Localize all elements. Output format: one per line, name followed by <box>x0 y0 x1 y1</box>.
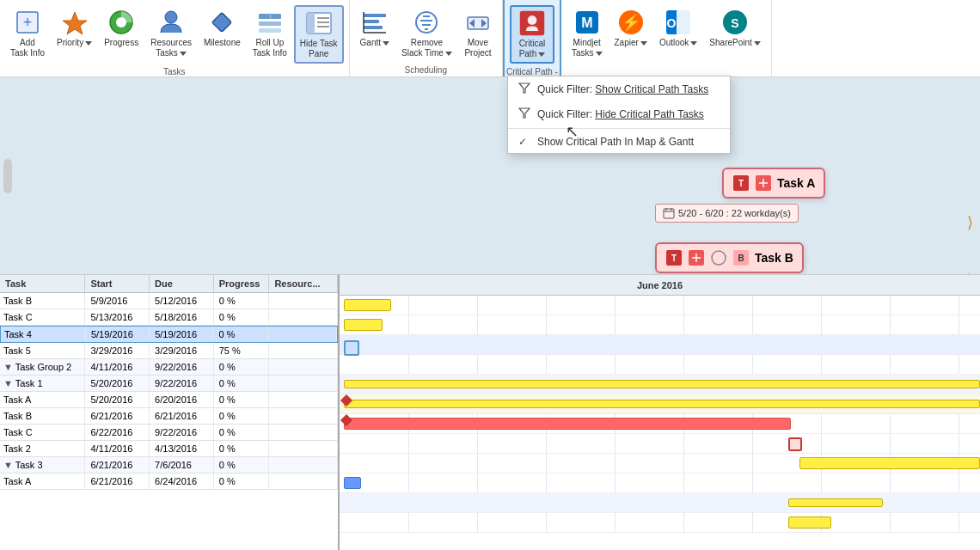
table-row[interactable]: Task C 6/22/2016 9/22/2016 0 % <box>0 425 338 441</box>
svg-point-30 <box>528 15 537 25</box>
table-row[interactable]: Task C 5/13/2016 5/18/2016 0 % <box>0 309 338 326</box>
milestone-icon <box>208 9 236 36</box>
critical-path-icon <box>518 9 546 37</box>
table-row[interactable]: Task 2 4/11/2016 4/13/2016 0 % <box>0 441 338 457</box>
task-start-cell: 6/21/2016 <box>85 457 150 473</box>
table-row[interactable]: Task B 5/9/2016 5/12/2016 0 % <box>0 293 338 309</box>
svg-rect-36 <box>677 10 690 34</box>
taskB-icon2 <box>688 249 705 266</box>
ribbon-group-critical-path: CriticalPath Critical Path - <box>503 0 561 76</box>
svg-point-4 <box>116 17 126 28</box>
critical-path-label: CriticalPath <box>519 39 546 59</box>
priority-label: Priority <box>57 38 92 48</box>
task-progress-cell: 0 % <box>214 293 270 309</box>
critical-path-dropdown: Quick Filter: Show Critical Path Tasks Q… <box>507 76 731 154</box>
task-start-cell: 3/29/2016 <box>85 343 150 358</box>
resources-icon <box>157 9 185 36</box>
quick-filter-show-item[interactable]: Quick Filter: Show Critical Path Tasks <box>508 76 730 101</box>
show-critical-path-text: Show Critical Path In Map & Gantt <box>537 136 694 148</box>
taskA-arrow-icon: ⟩ <box>967 213 973 232</box>
map-area: T Task 1 5/20 - 9/22 : 90 workday(s) − T… <box>0 77 980 275</box>
task-name-cell: ▼ Task 3 <box>0 457 85 473</box>
task-due-cell: 9/22/2016 <box>150 425 214 440</box>
remove-slack-button[interactable]: RemoveSlack Time <box>396 5 457 62</box>
task-name-cell: Task C <box>0 309 85 325</box>
gantt-row <box>340 355 980 375</box>
svg-text:T: T <box>671 254 677 263</box>
move-project-button[interactable]: MoveProject <box>459 5 497 62</box>
zapier-button[interactable]: ⚡ Zapier <box>609 5 652 52</box>
gantt-row <box>340 474 980 493</box>
map-background <box>0 77 980 274</box>
add-icon: + <box>14 9 41 36</box>
task-table: Task Start Due Progress Resourc... Task … <box>0 275 340 550</box>
critical-path-button[interactable]: CriticalPath <box>510 5 554 64</box>
taskA-card[interactable]: T Task A <box>722 168 825 199</box>
critical-path-buttons: CriticalPath <box>506 3 558 65</box>
svg-point-5 <box>165 11 177 23</box>
gantt-row <box>340 493 980 513</box>
gantt-row <box>340 394 980 414</box>
task-progress-cell: 0 % <box>214 376 270 391</box>
svg-rect-9 <box>259 28 281 33</box>
milestone-label: Milestone <box>204 38 241 48</box>
add-task-button[interactable]: + AddTask Info <box>5 5 50 62</box>
table-row[interactable]: Task 5 3/29/2016 3/29/2016 75 % <box>0 343 338 359</box>
sharepoint-button[interactable]: S SharePoint <box>704 5 765 52</box>
task-due-cell: 6/21/2016 <box>150 408 214 424</box>
task-due-cell: 9/22/2016 <box>150 359 214 375</box>
gantt-area: June 2016 <box>340 275 980 550</box>
quick-filter-hide-item[interactable]: Quick Filter: Hide Critical Path Tasks <box>508 101 730 126</box>
task-due-cell: 5/12/2016 <box>150 293 214 309</box>
rollup-button[interactable]: ↑ Roll UpTask Info <box>248 5 292 62</box>
task-progress-cell: 0 % <box>213 327 268 342</box>
table-row[interactable]: ▼ Task 3 6/21/2016 7/6/2016 0 % <box>0 457 338 474</box>
gantt-header: June 2016 <box>340 275 980 296</box>
svg-marker-41 <box>519 108 530 118</box>
ribbon-group-scheduling: Gantt RemoveSlack Time <box>350 0 503 76</box>
gantt-bar-taskA <box>344 418 791 430</box>
task-progress-cell: 0 % <box>214 441 270 456</box>
table-row[interactable]: ▼ Task 1 5/20/2016 9/22/2016 0 % <box>0 376 338 392</box>
svg-text:↑: ↑ <box>268 13 272 21</box>
main-area: Task Start Due Progress Resourc... Task … <box>0 275 980 550</box>
task-due-cell: 3/29/2016 <box>150 343 214 358</box>
gantt-bar-taskC <box>799 457 980 469</box>
task-name-cell: Task B <box>0 293 85 309</box>
priority-button[interactable]: Priority <box>52 5 97 52</box>
table-row[interactable]: ▼ Task Group 2 4/11/2016 9/22/2016 0 % <box>0 359 338 376</box>
task-resource-cell <box>269 392 338 407</box>
remove-slack-icon <box>413 9 440 36</box>
taskB-card[interactable]: T B Task B <box>655 242 804 273</box>
gantt-row <box>340 414 980 434</box>
resources-button[interactable]: ResourcesTasks <box>145 5 197 62</box>
quick-filter-hide-text: Quick Filter: Hide Critical Path Tasks <box>537 108 704 120</box>
show-critical-path-item[interactable]: ✓ Show Critical Path In Map & Gantt <box>508 131 730 153</box>
svg-marker-40 <box>519 83 530 93</box>
mindjet-button[interactable]: M MindjetTasks <box>567 5 608 62</box>
task-due-cell: 4/13/2016 <box>150 441 214 456</box>
progress-button[interactable]: Progress <box>99 5 144 52</box>
zapier-label: Zapier <box>615 38 647 48</box>
table-row[interactable]: Task B 6/21/2016 6/21/2016 0 % <box>0 408 338 425</box>
priority-icon <box>61 9 89 36</box>
table-row-selected[interactable]: Task 4 5/19/2016 5/19/2016 0 % <box>0 326 338 343</box>
outlook-label: Outlook <box>659 38 697 48</box>
task-due-cell: 6/24/2016 <box>150 474 214 489</box>
svg-text:O: O <box>667 16 677 30</box>
outlook-icon: O <box>665 9 692 36</box>
gantt-button[interactable]: Gantt <box>355 5 395 52</box>
taskB-gantt-marker <box>788 437 802 451</box>
milestone-button[interactable]: Milestone <box>199 5 246 52</box>
scroll-indicator[interactable] <box>3 159 12 193</box>
task-due-cell: 5/18/2016 <box>150 309 214 325</box>
outlook-button[interactable]: O Outlook <box>654 5 702 52</box>
hide-task-button[interactable]: Hide TaskPane <box>294 5 344 64</box>
table-row[interactable]: Task A 5/20/2016 6/20/2016 0 % <box>0 392 338 408</box>
taskB-icon1: T <box>665 249 683 266</box>
svg-marker-2 <box>63 12 87 34</box>
table-row[interactable]: Task A 6/21/2016 6/24/2016 0 % <box>0 474 338 490</box>
header-resource: Resourc... <box>269 275 338 292</box>
task-start-cell: 5/20/2016 <box>85 376 150 391</box>
svg-text:+: + <box>23 14 33 31</box>
